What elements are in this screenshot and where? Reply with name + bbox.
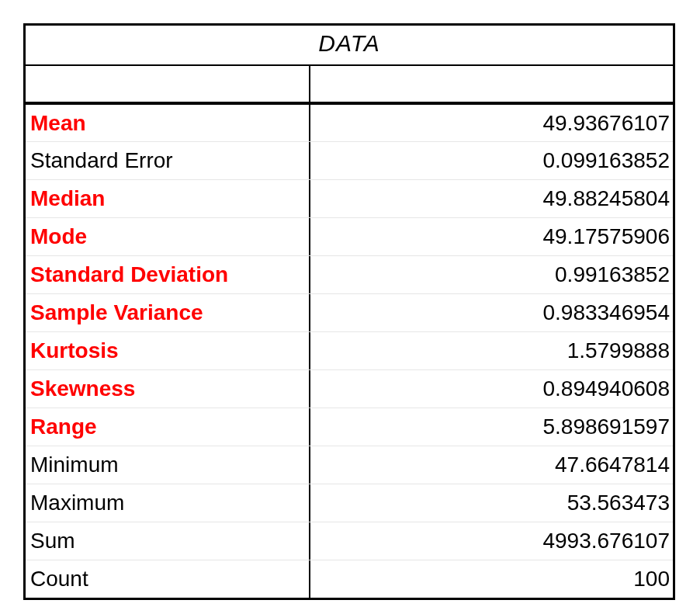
- table-row: Range5.898691597: [26, 408, 673, 446]
- table-title: DATA: [26, 26, 673, 66]
- stat-value: 49.93676107: [310, 105, 673, 141]
- table-body: Mean49.93676107Standard Error0.099163852…: [26, 102, 673, 598]
- table-row: Median49.88245804: [26, 179, 673, 217]
- stat-label: Sample Variance: [26, 294, 310, 331]
- stat-value: 0.099163852: [310, 142, 673, 179]
- stat-value: 47.6647814: [310, 446, 673, 484]
- stat-value: 0.894940608: [310, 370, 673, 408]
- stat-label: Range: [26, 408, 310, 446]
- stat-value: 0.99163852: [310, 256, 673, 293]
- stat-label: Sum: [26, 522, 310, 560]
- stat-label: Skewness: [26, 370, 310, 408]
- table-row: Sum4993.676107: [26, 522, 673, 560]
- table-row: Maximum53.563473: [26, 484, 673, 522]
- table-row: Standard Error0.099163852: [26, 141, 673, 179]
- blank-row: [26, 66, 673, 102]
- blank-left-cell: [26, 66, 310, 102]
- table-row: Count100: [26, 560, 673, 598]
- stat-value: 4993.676107: [310, 522, 673, 560]
- table-row: Sample Variance0.983346954: [26, 293, 673, 331]
- stat-value: 1.5799888: [310, 332, 673, 369]
- blank-right-cell: [310, 66, 673, 102]
- stat-label: Median: [26, 180, 310, 217]
- stat-label: Mode: [26, 218, 310, 255]
- table-row: Kurtosis1.5799888: [26, 331, 673, 369]
- stat-label: Minimum: [26, 446, 310, 484]
- stat-label: Standard Error: [26, 142, 310, 179]
- table-row: Mode49.17575906: [26, 217, 673, 255]
- table-row: Skewness0.894940608: [26, 369, 673, 408]
- stat-label: Standard Deviation: [26, 256, 310, 293]
- stat-label: Count: [26, 560, 310, 598]
- stat-label: Maximum: [26, 484, 310, 522]
- stats-table: DATA Mean49.93676107Standard Error0.0991…: [23, 23, 675, 600]
- stat-value: 100: [310, 560, 673, 598]
- stat-label: Mean: [26, 105, 310, 141]
- table-row: Standard Deviation0.99163852: [26, 255, 673, 293]
- stat-value: 49.88245804: [310, 180, 673, 217]
- table-row: Minimum47.6647814: [26, 446, 673, 484]
- stat-value: 49.17575906: [310, 218, 673, 255]
- table-row: Mean49.93676107: [26, 103, 673, 141]
- stat-value: 5.898691597: [310, 408, 673, 446]
- stat-value: 0.983346954: [310, 294, 673, 331]
- stat-label: Kurtosis: [26, 332, 310, 369]
- stat-value: 53.563473: [310, 484, 673, 522]
